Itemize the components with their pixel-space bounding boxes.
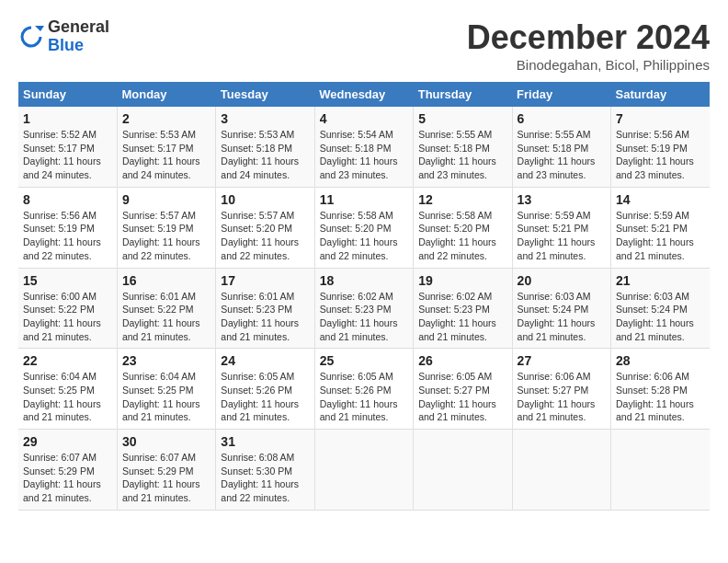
day-number: 1: [23, 111, 112, 126]
day-number: 7: [616, 111, 705, 126]
day-info: Sunrise: 6:04 AMSunset: 5:25 PMDaylight:…: [23, 371, 101, 422]
calendar-cell: 20 Sunrise: 6:03 AMSunset: 5:24 PMDaylig…: [512, 268, 610, 349]
col-wednesday: Wednesday: [314, 82, 413, 107]
day-info: Sunrise: 6:05 AMSunset: 5:27 PMDaylight:…: [418, 371, 496, 422]
day-number: 12: [418, 192, 506, 207]
day-number: 5: [418, 111, 506, 126]
day-info: Sunrise: 6:06 AMSunset: 5:27 PMDaylight:…: [518, 371, 596, 422]
logo-text: General Blue: [48, 18, 109, 55]
day-number: 11: [320, 192, 408, 207]
day-info: Sunrise: 6:07 AMSunset: 5:29 PMDaylight:…: [23, 452, 101, 503]
calendar-header-row: Sunday Monday Tuesday Wednesday Thursday…: [18, 82, 710, 107]
day-number: 6: [518, 111, 606, 126]
day-number: 21: [616, 273, 705, 288]
calendar-cell: 3 Sunrise: 5:53 AMSunset: 5:18 PMDayligh…: [216, 107, 314, 187]
day-info: Sunrise: 5:55 AMSunset: 5:18 PMDaylight:…: [518, 129, 596, 180]
day-info: Sunrise: 5:57 AMSunset: 5:20 PMDaylight:…: [221, 210, 299, 261]
calendar-cell: 25 Sunrise: 6:05 AMSunset: 5:26 PMDaylig…: [314, 349, 413, 430]
day-info: Sunrise: 5:53 AMSunset: 5:17 PMDaylight:…: [122, 129, 200, 180]
calendar-cell: 22 Sunrise: 6:04 AMSunset: 5:25 PMDaylig…: [18, 349, 117, 430]
day-info: Sunrise: 5:56 AMSunset: 5:19 PMDaylight:…: [23, 210, 101, 261]
day-info: Sunrise: 5:52 AMSunset: 5:17 PMDaylight:…: [23, 129, 101, 180]
calendar-cell: 11 Sunrise: 5:58 AMSunset: 5:20 PMDaylig…: [314, 187, 413, 268]
day-info: Sunrise: 6:00 AMSunset: 5:22 PMDaylight:…: [23, 291, 101, 342]
day-number: 9: [122, 192, 210, 207]
day-number: 8: [23, 192, 112, 207]
calendar-row: 1 Sunrise: 5:52 AMSunset: 5:17 PMDayligh…: [18, 107, 710, 187]
calendar-cell: 23 Sunrise: 6:04 AMSunset: 5:25 PMDaylig…: [117, 349, 215, 430]
calendar-row: 8 Sunrise: 5:56 AMSunset: 5:19 PMDayligh…: [18, 187, 710, 268]
day-number: 31: [221, 434, 309, 449]
day-info: Sunrise: 6:03 AMSunset: 5:24 PMDaylight:…: [616, 291, 694, 342]
day-number: 28: [616, 353, 705, 368]
day-number: 26: [418, 353, 506, 368]
day-number: 18: [320, 273, 408, 288]
day-number: 4: [320, 111, 408, 126]
day-number: 10: [221, 192, 309, 207]
day-number: 27: [518, 353, 606, 368]
title-block: December 2024 Binodegahan, Bicol, Philip…: [467, 18, 710, 73]
day-info: Sunrise: 6:08 AMSunset: 5:30 PMDaylight:…: [221, 452, 299, 503]
day-info: Sunrise: 6:05 AMSunset: 5:26 PMDaylight:…: [221, 371, 299, 422]
day-info: Sunrise: 5:54 AMSunset: 5:18 PMDaylight:…: [320, 129, 398, 180]
page-header: General Blue December 2024 Binodegahan, …: [18, 18, 710, 73]
day-info: Sunrise: 6:03 AMSunset: 5:24 PMDaylight:…: [518, 291, 596, 342]
col-sunday: Sunday: [18, 82, 117, 107]
calendar-cell: 29 Sunrise: 6:07 AMSunset: 5:29 PMDaylig…: [18, 430, 117, 511]
day-number: 13: [518, 192, 606, 207]
calendar-cell: 1 Sunrise: 5:52 AMSunset: 5:17 PMDayligh…: [18, 107, 117, 187]
calendar-cell: 27 Sunrise: 6:06 AMSunset: 5:27 PMDaylig…: [512, 349, 610, 430]
calendar-cell: 14 Sunrise: 5:59 AMSunset: 5:21 PMDaylig…: [611, 187, 710, 268]
calendar-cell: 16 Sunrise: 6:01 AMSunset: 5:22 PMDaylig…: [117, 268, 215, 349]
location-subtitle: Binodegahan, Bicol, Philippines: [467, 57, 710, 73]
logo-icon: [18, 24, 44, 50]
calendar-cell: 13 Sunrise: 5:59 AMSunset: 5:21 PMDaylig…: [512, 187, 610, 268]
day-info: Sunrise: 5:58 AMSunset: 5:20 PMDaylight:…: [320, 210, 398, 261]
calendar-cell: 5 Sunrise: 5:55 AMSunset: 5:18 PMDayligh…: [414, 107, 512, 187]
col-friday: Friday: [512, 82, 610, 107]
calendar-cell: 24 Sunrise: 6:05 AMSunset: 5:26 PMDaylig…: [216, 349, 314, 430]
calendar-cell: 18 Sunrise: 6:02 AMSunset: 5:23 PMDaylig…: [314, 268, 413, 349]
day-info: Sunrise: 6:04 AMSunset: 5:25 PMDaylight:…: [122, 371, 200, 422]
day-info: Sunrise: 5:56 AMSunset: 5:19 PMDaylight:…: [616, 129, 694, 180]
calendar-cell: 7 Sunrise: 5:56 AMSunset: 5:19 PMDayligh…: [611, 107, 710, 187]
day-info: Sunrise: 5:55 AMSunset: 5:18 PMDaylight:…: [418, 129, 496, 180]
day-info: Sunrise: 5:57 AMSunset: 5:19 PMDaylight:…: [122, 210, 200, 261]
col-monday: Monday: [117, 82, 215, 107]
day-number: 22: [23, 353, 112, 368]
calendar-cell: 9 Sunrise: 5:57 AMSunset: 5:19 PMDayligh…: [117, 187, 215, 268]
calendar-row: 22 Sunrise: 6:04 AMSunset: 5:25 PMDaylig…: [18, 349, 710, 430]
col-tuesday: Tuesday: [216, 82, 314, 107]
calendar-cell: 19 Sunrise: 6:02 AMSunset: 5:23 PMDaylig…: [414, 268, 512, 349]
day-info: Sunrise: 6:05 AMSunset: 5:26 PMDaylight:…: [320, 371, 398, 422]
day-number: 25: [320, 353, 408, 368]
calendar-cell: [314, 430, 413, 511]
calendar-cell: [414, 430, 512, 511]
day-number: 23: [122, 353, 210, 368]
day-number: 24: [221, 353, 309, 368]
col-thursday: Thursday: [414, 82, 512, 107]
day-info: Sunrise: 6:02 AMSunset: 5:23 PMDaylight:…: [320, 291, 398, 342]
calendar-row: 15 Sunrise: 6:00 AMSunset: 5:22 PMDaylig…: [18, 268, 710, 349]
calendar-cell: 15 Sunrise: 6:00 AMSunset: 5:22 PMDaylig…: [18, 268, 117, 349]
calendar-cell: 31 Sunrise: 6:08 AMSunset: 5:30 PMDaylig…: [216, 430, 314, 511]
calendar-cell: 12 Sunrise: 5:58 AMSunset: 5:20 PMDaylig…: [414, 187, 512, 268]
day-info: Sunrise: 5:59 AMSunset: 5:21 PMDaylight:…: [616, 210, 694, 261]
day-number: 29: [23, 434, 112, 449]
calendar-cell: [512, 430, 610, 511]
day-info: Sunrise: 6:01 AMSunset: 5:22 PMDaylight:…: [122, 291, 200, 342]
day-number: 19: [418, 273, 506, 288]
month-title: December 2024: [467, 18, 710, 57]
day-number: 2: [122, 111, 210, 126]
day-info: Sunrise: 5:59 AMSunset: 5:21 PMDaylight:…: [518, 210, 596, 261]
day-info: Sunrise: 6:02 AMSunset: 5:23 PMDaylight:…: [418, 291, 496, 342]
calendar-cell: 17 Sunrise: 6:01 AMSunset: 5:23 PMDaylig…: [216, 268, 314, 349]
day-info: Sunrise: 6:06 AMSunset: 5:28 PMDaylight:…: [616, 371, 694, 422]
calendar-cell: 10 Sunrise: 5:57 AMSunset: 5:20 PMDaylig…: [216, 187, 314, 268]
calendar-cell: 21 Sunrise: 6:03 AMSunset: 5:24 PMDaylig…: [611, 268, 710, 349]
calendar-cell: 28 Sunrise: 6:06 AMSunset: 5:28 PMDaylig…: [611, 349, 710, 430]
calendar-table: Sunday Monday Tuesday Wednesday Thursday…: [18, 82, 710, 511]
calendar-cell: 6 Sunrise: 5:55 AMSunset: 5:18 PMDayligh…: [512, 107, 610, 187]
calendar-cell: 8 Sunrise: 5:56 AMSunset: 5:19 PMDayligh…: [18, 187, 117, 268]
day-number: 20: [518, 273, 606, 288]
